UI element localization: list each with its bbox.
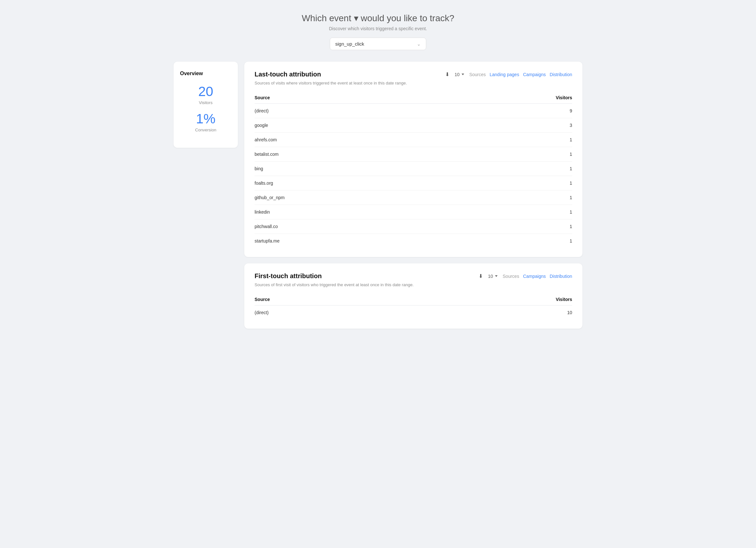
visitors-value: 20 [180,84,231,99]
download-icon-first: ⬇ [479,273,483,279]
visitors-cell: 1 [460,162,572,176]
first-touch-count: 10 [488,274,493,279]
visitors-cell: 3 [460,118,572,133]
event-selector-value: sign_up_click [335,41,364,47]
table-row: foalts.org 1 [255,176,572,191]
count-chevron-icon-first [495,275,498,277]
source-cell: ahrefs.com [255,133,460,147]
table-row: google 3 [255,118,572,133]
event-dropdown-trigger[interactable]: ▾ [354,13,358,23]
main-content: Last-touch attribution ⬇ 10 Sources Land… [244,62,582,328]
first-touch-table: Source Visitors (direct) 10 [255,293,572,319]
conversion-value: 1% [180,112,231,126]
page-header: Which event ▾ would you like to track? D… [174,13,582,50]
table-row: betalist.com 1 [255,147,572,162]
last-touch-count-selector[interactable]: 10 [455,72,464,77]
table-row: ahrefs.com 1 [255,133,572,147]
table-row: linkedin 1 [255,205,572,220]
table-row: github_or_npm 1 [255,191,572,205]
source-cell: bing [255,162,460,176]
last-touch-tabs: Sources Landing pages Campaigns Distribu… [469,72,572,77]
col-source-last: Source [255,92,460,104]
visitors-cell: 1 [460,234,572,248]
table-row: (direct) 10 [255,305,572,320]
visitors-cell: 1 [460,205,572,220]
last-touch-card: Last-touch attribution ⬇ 10 Sources Land… [244,62,582,257]
visitors-cell: 1 [460,191,572,205]
col-source-first: Source [255,293,408,305]
visitors-cell: 1 [460,220,572,234]
table-row: startupfa.me 1 [255,234,572,248]
source-cell: foalts.org [255,176,460,191]
visitors-cell: 1 [460,147,572,162]
overview-conversion-metric: 1% Conversion [180,112,231,132]
source-cell: startupfa.me [255,234,460,248]
content-layout: Overview 20 Visitors 1% Conversion Last-… [174,62,582,328]
source-cell: google [255,118,460,133]
header-title-part2: would you like to track? [361,13,454,23]
source-cell: github_or_npm [255,191,460,205]
first-touch-header: First-touch attribution ⬇ 10 Sources Cam… [255,273,572,280]
tab-sources-last[interactable]: Sources [469,72,486,77]
overview-card: Overview 20 Visitors 1% Conversion [174,62,238,148]
first-touch-controls: ⬇ 10 Sources Campaigns Distribution [479,273,572,279]
first-touch-card: First-touch attribution ⬇ 10 Sources Cam… [244,264,582,328]
last-touch-download-button[interactable]: ⬇ [445,71,449,77]
table-row: (direct) 9 [255,104,572,118]
first-touch-title: First-touch attribution [255,273,322,280]
header-title-part1: Which event [302,13,351,23]
first-touch-count-selector[interactable]: 10 [488,274,498,279]
tab-sources-first[interactable]: Sources [503,274,519,279]
count-chevron-icon [462,74,464,75]
page-header-subtitle: Discover which visitors triggered a spec… [174,26,582,31]
visitors-label: Visitors [180,100,231,105]
overview-visitors-metric: 20 Visitors [180,84,231,105]
col-visitors-first: Visitors [408,293,572,305]
tab-campaigns-last[interactable]: Campaigns [523,72,546,77]
conversion-label: Conversion [180,128,231,132]
source-cell: pitchwall.co [255,220,460,234]
visitors-cell: 1 [460,133,572,147]
overview-title: Overview [180,71,231,76]
last-touch-subtitle: Sources of visits where visitors trigger… [255,81,572,85]
last-touch-header: Last-touch attribution ⬇ 10 Sources Land… [255,71,572,78]
last-touch-title: Last-touch attribution [255,71,321,78]
source-cell: linkedin [255,205,460,220]
last-touch-table: Source Visitors (direct) 9 google 3 ahre… [255,92,572,248]
col-visitors-last: Visitors [460,92,572,104]
event-selector-chevron-icon: ⌄ [417,41,421,47]
first-touch-subtitle: Sources of first visit of visitors who t… [255,282,572,287]
page-container: Which event ▾ would you like to track? D… [166,0,590,341]
last-touch-count: 10 [455,72,460,77]
event-selector[interactable]: sign_up_click ⌄ [330,38,426,50]
first-touch-download-button[interactable]: ⬇ [479,273,483,279]
tab-distribution-last[interactable]: Distribution [550,72,572,77]
table-row: pitchwall.co 1 [255,220,572,234]
first-touch-tabs: Sources Campaigns Distribution [503,274,572,279]
source-cell: betalist.com [255,147,460,162]
download-icon: ⬇ [445,71,449,77]
visitors-cell: 9 [460,104,572,118]
tab-distribution-first[interactable]: Distribution [550,274,572,279]
source-cell: (direct) [255,104,460,118]
last-touch-controls: ⬇ 10 Sources Landing pages Campaigns Dis… [445,71,572,77]
chevron-down-icon: ▾ [354,13,358,23]
tab-landing-pages-last[interactable]: Landing pages [490,72,519,77]
sidebar: Overview 20 Visitors 1% Conversion [174,62,238,148]
visitors-cell: 1 [460,176,572,191]
source-cell: (direct) [255,305,408,320]
visitors-cell: 10 [408,305,572,320]
tab-campaigns-first[interactable]: Campaigns [523,274,546,279]
table-row: bing 1 [255,162,572,176]
page-header-title: Which event ▾ would you like to track? [174,13,582,23]
